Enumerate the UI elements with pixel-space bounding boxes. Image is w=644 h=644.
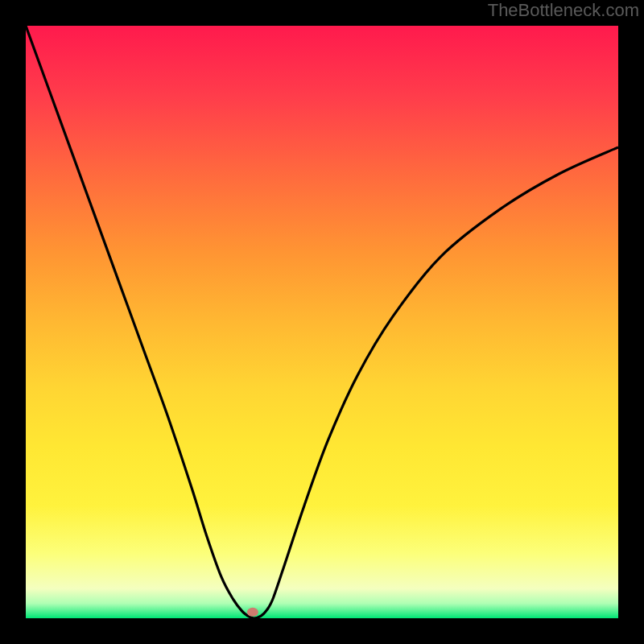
curve-layer: [26, 26, 618, 618]
optimum-marker: [247, 608, 258, 617]
chart-frame: TheBottleneck.com: [0, 0, 644, 644]
plot-area: [26, 26, 618, 618]
watermark-text: TheBottleneck.com: [488, 0, 639, 21]
bottleneck-curve: [26, 26, 618, 618]
